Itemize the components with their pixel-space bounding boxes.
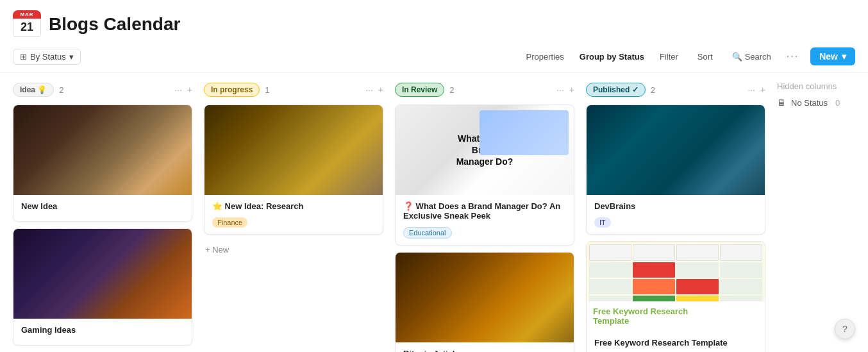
- more-icon[interactable]: ···: [747, 85, 755, 95]
- search-icon: 🔍: [732, 52, 742, 62]
- column-idea: Idea 💡2···+New IdeaGaming Ideas+ New: [13, 81, 192, 352]
- toolbar-right: Properties Group by Status Filter Sort 🔍…: [522, 47, 855, 65]
- help-button[interactable]: ?: [835, 319, 855, 339]
- add-new-button-in-progress[interactable]: + New: [204, 241, 383, 258]
- card-c5[interactable]: Bitcoin Article: [395, 252, 574, 352]
- card-title-c7: Free Keyword Research Template: [594, 338, 757, 348]
- card-image-c3: [204, 105, 383, 195]
- filter-button[interactable]: Filter: [656, 49, 682, 64]
- hidden-columns-panel: Hidden columns 🖥 No Status 0: [777, 81, 840, 108]
- column-actions-published[interactable]: ···+: [747, 85, 765, 95]
- card-tag-c3: Finance: [212, 217, 247, 228]
- table-icon: ⊞: [20, 52, 27, 62]
- by-status-label: By Status: [30, 52, 66, 62]
- card-body-c2: Gaming Ideas: [13, 319, 192, 345]
- search-label: Search: [745, 52, 771, 62]
- keyword-title: Free Keyword ResearchTemplate: [593, 306, 758, 326]
- column-count-in-review: 2: [449, 85, 454, 95]
- add-icon[interactable]: +: [760, 85, 765, 95]
- monitor-icon: 🖥: [777, 97, 786, 108]
- chevron-down-icon: ▾: [69, 52, 74, 62]
- calendar-month: MAR: [13, 10, 41, 19]
- more-icon[interactable]: ···: [174, 85, 182, 95]
- column-header-idea: Idea 💡2···+: [13, 81, 192, 98]
- column-actions-in-review[interactable]: ···+: [556, 85, 574, 95]
- card-image-c5: [396, 253, 574, 342]
- column-actions-idea[interactable]: ···+: [174, 85, 192, 95]
- card-body-c4: ❓ What Does a Brand Manager Do? An Exclu…: [396, 195, 574, 245]
- card-tag-c6: IT: [594, 217, 611, 228]
- add-icon[interactable]: +: [378, 85, 383, 95]
- card-body-c3: ⭐ New Idea: ResearchFinance: [204, 195, 383, 234]
- column-actions-in-progress[interactable]: ···+: [365, 85, 383, 95]
- column-badge-published[interactable]: Published ✓: [586, 83, 646, 97]
- card-image-c2: [13, 229, 192, 319]
- spreadsheet-visual: Free Keyword ResearchTemplate: [587, 242, 765, 331]
- card-title-c3: ⭐ New Idea: Research: [212, 201, 375, 211]
- card-body-c1: New Idea: [13, 195, 192, 221]
- column-header-in-review: In Review2···+: [395, 81, 574, 98]
- by-status-button[interactable]: ⊞ By Status ▾: [13, 49, 81, 65]
- column-badge-idea[interactable]: Idea 💡: [13, 83, 54, 97]
- card-tag-c4: Educational: [403, 227, 452, 239]
- group-by-value: Status: [619, 52, 644, 62]
- card-body-c7: Free Keyword Research Template: [587, 331, 765, 352]
- column-header-in-progress: In progress1···+: [204, 81, 383, 98]
- toolbar: ⊞ By Status ▾ Properties Group by Status…: [0, 44, 868, 72]
- search-button[interactable]: 🔍 Search: [728, 49, 775, 64]
- properties-button[interactable]: Properties: [522, 49, 568, 64]
- calendar-day: 21: [13, 19, 41, 37]
- card-title-c6: DevBrains: [594, 201, 757, 211]
- no-status-label: No Status: [791, 98, 828, 108]
- add-icon[interactable]: +: [187, 85, 192, 95]
- column-count-idea: 2: [59, 85, 63, 95]
- column-badge-in-progress[interactable]: In progress: [204, 83, 260, 97]
- no-status-count: 0: [835, 98, 840, 108]
- page-title: Blogs Calendar: [49, 14, 180, 35]
- more-icon[interactable]: ···: [556, 85, 564, 95]
- new-label: New: [819, 51, 838, 62]
- column-badge-in-review[interactable]: In Review: [395, 83, 444, 97]
- group-by-label: Group by Status: [580, 52, 644, 62]
- more-options-button[interactable]: ···: [787, 51, 799, 62]
- card-c1[interactable]: New Idea: [13, 105, 192, 222]
- calendar-icon: MAR 21: [13, 10, 41, 38]
- column-in-progress: In progress1···+⭐ New Idea: ResearchFina…: [204, 81, 383, 258]
- card-c7[interactable]: Free Keyword ResearchTemplate Free Keywo…: [586, 241, 765, 352]
- card-c3[interactable]: ⭐ New Idea: ResearchFinance: [204, 105, 383, 235]
- sort-button[interactable]: Sort: [694, 49, 717, 64]
- new-button[interactable]: New ▾: [810, 47, 855, 65]
- column-count-in-progress: 1: [265, 85, 269, 95]
- add-icon[interactable]: +: [569, 85, 574, 95]
- card-image-c6: [587, 105, 765, 195]
- page-header: MAR 21 Blogs Calendar: [0, 0, 868, 44]
- hidden-columns-header: Hidden columns: [777, 81, 840, 91]
- card-body-c5: Bitcoin Article: [396, 342, 574, 352]
- dropdown-arrow-icon: ▾: [842, 51, 846, 62]
- hidden-item-no-status[interactable]: 🖥 No Status 0: [777, 97, 840, 108]
- card-title-c5: Bitcoin Article: [403, 349, 566, 352]
- card-img-side: [480, 110, 569, 155]
- column-in-review: In Review2···+ What Does aBrandManager D…: [395, 81, 574, 352]
- card-body-c6: DevBrainsIT: [587, 195, 765, 234]
- card-c4[interactable]: What Does aBrandManager Do? ❓ What Does …: [395, 105, 574, 246]
- column-count-published: 2: [651, 85, 655, 95]
- card-title-c4: ❓ What Does a Brand Manager Do? An Exclu…: [403, 201, 566, 221]
- card-title-c2: Gaming Ideas: [21, 325, 184, 335]
- column-published: Published ✓2···+DevBrainsIT Free Keyword…: [586, 81, 765, 352]
- card-title-c1: New Idea: [21, 201, 184, 211]
- column-header-published: Published ✓2···+: [586, 81, 765, 98]
- card-image-c1: [13, 105, 192, 195]
- kanban-board: Idea 💡2···+New IdeaGaming Ideas+ NewIn p…: [0, 72, 868, 352]
- card-c6[interactable]: DevBrainsIT: [586, 105, 765, 235]
- card-c2[interactable]: Gaming Ideas: [13, 228, 192, 346]
- more-icon[interactable]: ···: [365, 85, 373, 95]
